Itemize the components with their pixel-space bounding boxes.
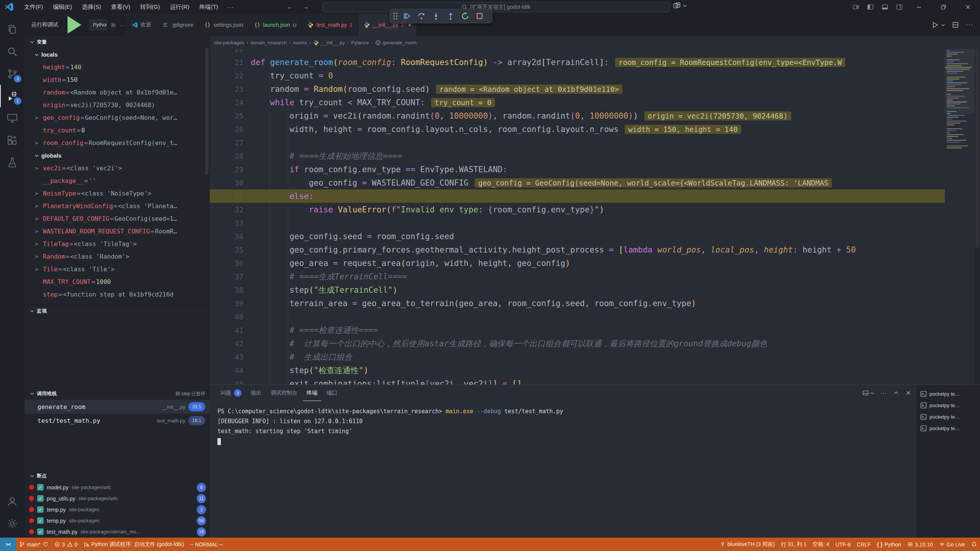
variables-section-header[interactable]: 变量 [24, 36, 210, 48]
remote-explorer-icon[interactable] [0, 107, 24, 129]
debug-config-dropdown[interactable]: Python 调试程序: 启 [90, 20, 107, 30]
breadcrumb-item[interactable]: terrain_research [251, 40, 287, 46]
toggle-sidebar-icon[interactable] [863, 0, 877, 14]
code-line-30[interactable]: 30 geo_config = WASTELAND_GEO_CONFIGgeo_… [210, 176, 980, 189]
stack-frame[interactable]: test/test_math.pytest_math.py16:1 [24, 414, 210, 427]
remote-indicator[interactable]: >< [0, 538, 16, 551]
breakpoint-checkbox[interactable]: ✓ [37, 528, 44, 535]
menu-item[interactable]: 文件(F) [19, 2, 48, 12]
code-line-44[interactable]: 44 step("检查连通性") [210, 364, 980, 377]
branch-status[interactable]: main* [16, 538, 51, 551]
debug-restart-button[interactable] [459, 10, 471, 22]
testing-beaker-icon[interactable] [0, 152, 24, 174]
debug-target-status[interactable]: Python 调试程序: 启动文件 (godot-ldtk) [80, 538, 187, 551]
restore-button[interactable] [931, 0, 956, 14]
variable-__package__[interactable]: __package__ = '' [24, 174, 210, 187]
chevron-right-icon[interactable]: > [35, 241, 43, 247]
tab-launch.json[interactable]: launch.jsonU [249, 14, 302, 36]
variable-NoiseType[interactable]: >NoiseType = <class 'NoiseType'> [24, 187, 210, 200]
minimize-button[interactable] [906, 0, 931, 14]
variable-TileTag[interactable]: >TileTag = <class 'TileTag'> [24, 238, 210, 250]
search-view-icon[interactable] [0, 41, 24, 63]
code-line-35[interactable]: 35 geo_config.primary_forces.geothermal_… [210, 243, 980, 256]
code-line-32[interactable]: 32 raise ValueError(f"Invalid env type: … [210, 203, 980, 216]
panel-layout-icon[interactable] [862, 390, 869, 396]
code-line-39[interactable]: 39 terrain_area = geo_area_to_terrain(ge… [210, 297, 980, 310]
variable-room_config[interactable]: >room_config = RoomRequestConfig(env_t… [24, 137, 210, 149]
watch-section-header[interactable]: 监视 [24, 305, 210, 317]
sidebar-scrollbar[interactable] [205, 48, 209, 174]
extensions-icon[interactable] [0, 129, 24, 152]
panel-tab-输出[interactable]: 输出 [247, 385, 265, 401]
breakpoint-checkbox[interactable]: ✓ [37, 484, 44, 491]
more-actions-icon[interactable]: ··· [119, 22, 126, 28]
variable-Tile[interactable]: >Tile = <class 'Tile'> [24, 263, 210, 276]
eol-status[interactable]: CRLF [854, 538, 874, 551]
code-line-23[interactable]: 23 random = Random(room_config.seed)rand… [210, 82, 980, 96]
chevron-down-icon[interactable] [941, 23, 945, 27]
variable-DEFAULT_GEO_CONFIG[interactable]: >DEFAULT_GEO_CONFIG = GeoConfig(seed=1… [24, 212, 210, 225]
breadcrumb-item[interactable]: Pylance [351, 40, 369, 46]
command-center-search[interactable]: [扩展开发宿主] godot-ldtk [322, 2, 670, 12]
code-line-34[interactable]: 34 geo_config.seed = room_config.seed [210, 230, 980, 243]
settings-gear-icon[interactable] [0, 512, 24, 535]
code-line-38[interactable]: 38 step("生成TerrainCell") [210, 283, 980, 297]
breakpoint-checkbox[interactable]: ✓ [37, 517, 44, 524]
terminal-process-item[interactable]: pocketpy te… [917, 422, 980, 434]
chevron-right-icon[interactable]: > [35, 203, 43, 209]
forward-arrow-icon[interactable]: → [302, 3, 309, 11]
variable-Random[interactable]: >Random = <class 'Random'> [24, 250, 210, 263]
chevron-right-icon[interactable]: > [35, 266, 43, 272]
code-line-20[interactable]: 20 [210, 49, 980, 55]
run-python-file-icon[interactable] [932, 21, 939, 28]
code-line-33[interactable]: 33 [210, 216, 980, 230]
breadcrumb-item[interactable]: __init__.py [313, 40, 345, 46]
panel-tab-终端[interactable]: 终端 [303, 385, 321, 401]
code-line-41[interactable]: 41 # ====检查连通性==== [210, 323, 980, 337]
chevron-right-icon[interactable]: > [35, 191, 43, 196]
variable-height[interactable]: height = 140 [24, 61, 210, 73]
menu-item[interactable]: 编辑(E) [48, 2, 77, 12]
interpreter-status[interactable]: 3.10.10 [904, 538, 936, 551]
breadcrumb-item[interactable]: rooms [293, 40, 307, 46]
code-line-40[interactable]: 40 [210, 310, 980, 323]
variable-WASTELAND_ROOM_REQUEST_CONFIG[interactable]: >WASTELAND_ROOM_REQUEST_CONFIG = RoomR… [24, 225, 210, 238]
indentation-status[interactable]: 空格: 4 [810, 538, 833, 551]
stack-frame[interactable]: generate_room__init__.py31:1 [24, 400, 210, 414]
code-line-21[interactable]: 21def generate_room(room_config: RoomReq… [210, 55, 980, 69]
explorer-icon[interactable] [0, 18, 24, 41]
code-line-28[interactable]: 28 # ====生成初始地理信息==== [210, 149, 980, 163]
go-live-status[interactable]: Go Live [936, 538, 968, 551]
code-line-25[interactable]: 25 origin = vec2i(random.randint(0, 1000… [210, 109, 980, 122]
chevron-right-icon[interactable]: > [35, 228, 43, 234]
chevron-right-icon[interactable]: > [35, 140, 43, 146]
variable-try_count[interactable]: try_count = 0 [24, 124, 210, 137]
variable-random[interactable]: random = <Random object at 0x1bf9d01e… [24, 86, 210, 99]
menu-item[interactable]: 查看(V) [106, 2, 135, 12]
toggle-panel-icon[interactable] [877, 0, 892, 14]
code-line-36[interactable]: 36 geo_area = request_area(origin, width… [210, 256, 980, 270]
variable-step[interactable]: step = <function step at 0x1bf9cd216d [24, 288, 210, 301]
code-line-42[interactable]: 42 # 计算每一个出口的中心，然后使用astar生成路径，确保每一个出口组合都… [210, 337, 980, 350]
chevron-down-icon[interactable] [870, 391, 874, 395]
breakpoint-row[interactable]: ✓png_utils.pysite-packages\wfc11 [24, 493, 210, 504]
watch-body[interactable] [24, 317, 210, 388]
breakpoint-checkbox[interactable]: ✓ [37, 495, 44, 502]
cursor-position-status[interactable]: 行 31, 列 1 [778, 538, 810, 551]
chevron-right-icon[interactable]: > [35, 165, 43, 171]
tab-settings.json[interactable]: settings.json [199, 14, 249, 36]
code-line-24[interactable]: 24 while try_count < MAX_TRY_COUNT:try_c… [210, 96, 980, 109]
code-editor[interactable]: 2021def generate_room(room_config: RoomR… [210, 49, 980, 385]
menu-item[interactable]: 运行(R) [165, 2, 194, 12]
debug-step-out-button[interactable] [445, 10, 456, 22]
code-line-26[interactable]: 26 width, height = room_config.layout.n_… [210, 122, 980, 136]
chevron-right-icon[interactable]: > [35, 254, 43, 259]
menu-item[interactable]: 选择(S) [77, 2, 106, 12]
terminal-output[interactable]: PS C:\computer_science\godot-ldtk\site-p… [210, 401, 917, 446]
code-line-27[interactable]: 27 [210, 136, 980, 149]
breakpoint-checkbox[interactable]: ✓ [37, 506, 44, 513]
menu-item[interactable]: 终端(T) [194, 2, 223, 12]
more-actions-icon[interactable]: ··· [966, 21, 973, 28]
breadcrumb-item[interactable]: generate_room [375, 40, 416, 46]
back-arrow-icon[interactable]: ← [286, 3, 294, 11]
